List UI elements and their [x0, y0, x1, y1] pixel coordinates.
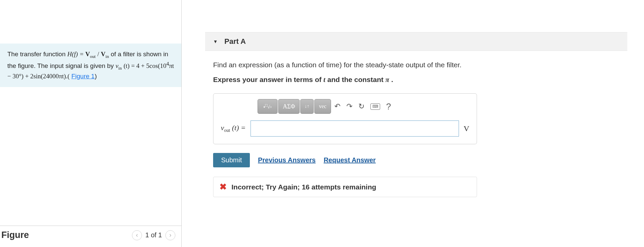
vin-sub: in: [106, 54, 109, 59]
request-answer-link[interactable]: Request Answer: [324, 156, 376, 164]
hf-symbol: H(f) =: [67, 51, 86, 58]
figure-section: Figure ‹ 1 of 1 ›: [0, 226, 181, 247]
vin-eq-rest: (t) = 4 + 5cos(10: [124, 62, 166, 69]
prev-figure-button[interactable]: ‹: [132, 230, 142, 240]
vector-icon: vec: [319, 103, 326, 109]
redo-button[interactable]: ↷: [344, 99, 355, 114]
next-figure-button[interactable]: ›: [165, 230, 175, 240]
question-instruction: Express your answer in terms of t and th…: [213, 76, 619, 84]
problem-statement: The transfer function H(f) = Vout / Vin …: [0, 44, 181, 87]
instr-mid: and the constant: [327, 76, 385, 83]
question-prompt: Find an expression (as a function of tim…: [213, 61, 619, 69]
answer-input[interactable]: [251, 120, 459, 137]
reset-button[interactable]: ↻: [356, 99, 367, 114]
lhs-var: v: [221, 124, 224, 132]
feedback-message: Incorrect; Try Again; 16 attempts remain…: [231, 183, 376, 191]
answer-lhs: vout (t) =: [221, 124, 246, 133]
answer-box: ▪□√▫ ΑΣΦ ↓↑ vec ↶ ↷ ↻: [213, 93, 477, 144]
caret-down-icon: ▼: [213, 39, 218, 44]
vin-eq-sub: in: [118, 66, 122, 71]
undo-button[interactable]: ↶: [332, 99, 343, 114]
chevron-right-icon: ›: [169, 232, 171, 239]
vector-button[interactable]: vec: [314, 99, 331, 114]
vout-sym: V: [86, 51, 90, 58]
lhs-paren: (t) =: [232, 124, 246, 132]
actions-row: Submit Previous Answers Request Answer: [213, 153, 627, 167]
keyboard-button[interactable]: ⌨: [368, 99, 383, 114]
figure-link[interactable]: Figure 1: [71, 73, 95, 80]
help-button[interactable]: ?: [383, 99, 393, 114]
instr-suffix: .: [391, 76, 393, 83]
instr-var-t: t: [323, 76, 325, 84]
chevron-left-icon: ‹: [136, 232, 138, 239]
part-header[interactable]: ▼ Part A: [205, 32, 627, 51]
answer-unit: V: [464, 124, 469, 133]
subscript-icon: ↓↑: [305, 104, 309, 109]
greek-icon: ΑΣΦ: [283, 103, 295, 110]
lhs-sub: out: [224, 128, 230, 133]
templates-button[interactable]: ▪□√▫: [258, 99, 278, 114]
greek-button[interactable]: ΑΣΦ: [278, 99, 300, 114]
redo-icon: ↷: [346, 102, 352, 111]
vin-sym: V: [101, 51, 106, 58]
incorrect-icon: ✖: [219, 182, 227, 192]
figure-title: Figure: [0, 230, 29, 240]
previous-answers-link[interactable]: Previous Answers: [258, 156, 316, 164]
part-title: Part A: [224, 37, 246, 46]
sup-4: 4: [166, 61, 169, 67]
slash: /: [98, 51, 99, 58]
close-paren: ): [95, 73, 97, 80]
figure-nav: ‹ 1 of 1 ›: [132, 230, 181, 240]
keyboard-icon: ⌨: [370, 103, 380, 110]
subscript-button[interactable]: ↓↑: [300, 99, 314, 114]
figure-page-indicator: 1 of 1: [145, 231, 162, 239]
instr-var-pi: π: [385, 76, 389, 84]
feedback-box: ✖ Incorrect; Try Again; 16 attempts rema…: [213, 177, 477, 197]
problem-text: The transfer function: [7, 51, 67, 58]
instr-prefix: Express your answer in terms of: [213, 76, 323, 83]
help-icon: ?: [386, 101, 391, 112]
equation-toolbar: ▪□√▫ ΑΣΦ ↓↑ vec ↶ ↷ ↻: [258, 99, 469, 114]
vout-sub: out: [90, 54, 96, 59]
reset-icon: ↻: [358, 102, 364, 111]
submit-button[interactable]: Submit: [213, 153, 250, 167]
undo-icon: ↶: [334, 102, 340, 111]
fraction-root-icon: ▪□√▫: [264, 103, 272, 110]
